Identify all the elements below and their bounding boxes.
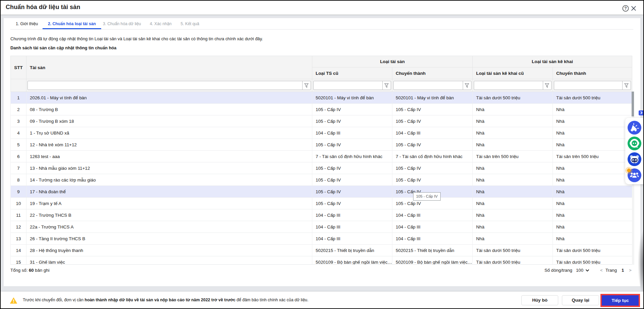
svg-text:?: ? — [624, 6, 627, 11]
